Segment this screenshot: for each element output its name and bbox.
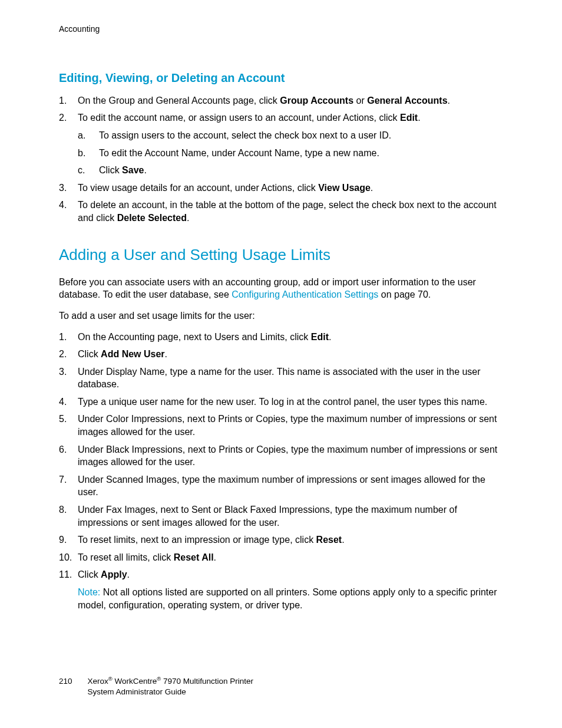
bold-text: Edit [400,113,418,123]
note-block: Note: Not all options listed are support… [59,586,503,611]
text: Type a unique user name for the new user… [78,397,487,407]
bold-text: Group Accounts [280,95,353,106]
bold-text: Apply [101,569,127,579]
text: Click [99,165,122,175]
note-text: Not all options listed are supported on … [78,587,497,610]
intro-paragraph: Before you can associate users with an a… [59,276,503,301]
text: . [329,332,331,342]
link-configuring-auth[interactable]: Configuring Authentication Settings [232,289,378,299]
bold-text: Save [122,165,144,175]
registered-icon: ® [108,675,113,681]
list-item: To edit the Account Name, under Account … [78,147,503,160]
text: Under Display Name, type a name for the … [78,367,481,390]
list-item: Click Add New User. [59,348,503,361]
text: Under Scanned Images, type the maximum n… [78,475,485,498]
list-item: To reset limits, next to an impression o… [59,533,503,546]
text: On the Accounting page, next to Users an… [78,332,311,342]
text: . [127,569,130,579]
text: . [418,113,420,123]
text: on page 70. [378,289,431,299]
page-footer: 210Xerox® WorkCentre® 7970 Multifunction… [59,676,253,697]
text: . [144,165,146,175]
list-item: Under Display Name, type a name for the … [59,365,503,391]
text: . [165,349,167,359]
text: To assign users to the account, select t… [99,130,391,140]
text: Click [78,349,101,359]
bold-text: Delete Selected [117,213,187,223]
list-item: Under Color Impressions, next to Prints … [59,413,503,438]
page-number: 210 [59,676,72,687]
text: On the Group and General Accounts page, … [78,95,280,106]
text: To reset limits, next to an impression o… [78,535,316,545]
text: . [342,535,344,545]
list-item: Click Apply. [59,568,503,581]
text: To edit the account name, or assign user… [78,113,400,123]
list-item: Under Black Impressions, next to Prints … [59,443,503,469]
brand: Xerox [88,677,108,686]
footer-text: Xerox® WorkCentre® 7970 Multifunction Pr… [88,676,254,697]
text: To reset all limits, click [78,552,174,562]
list-item: To view usage details for an account, un… [59,182,503,195]
bold-text: View Usage [318,183,371,193]
note-label: Note: [78,587,100,597]
text: . [371,183,373,193]
text: To edit the Account Name, under Account … [99,148,379,158]
heading-adding-user: Adding a User and Setting Usage Limits [59,245,503,265]
list-item: Type a unique user name for the new user… [59,396,503,409]
text: To view usage details for an account, un… [78,183,318,193]
lead-paragraph: To add a user and set usage limits for t… [59,309,503,322]
text: . [214,552,216,562]
text: or [353,95,367,106]
section1-list: On the Group and General Accounts page, … [59,94,503,225]
list-item: To reset all limits, click Reset All. [59,551,503,564]
list-item: On the Group and General Accounts page, … [59,94,503,107]
bold-text: Reset All [174,552,214,562]
brand: WorkCentre [113,677,157,686]
list-item: Under Fax Images, next to Sent or Black … [59,503,503,529]
bold-text: Add New User [101,349,164,359]
page-header-section: Accounting [59,24,503,35]
bold-text: General Accounts [367,95,447,106]
bold-text: Reset [316,535,342,545]
text: System Administrator Guide [88,687,186,696]
text: 7970 Multifunction Printer [161,677,253,686]
list-item: On the Accounting page, next to Users an… [59,331,503,344]
list-item: Under Scanned Images, type the maximum n… [59,473,503,499]
text: Click [78,569,101,579]
sublist: To assign users to the account, select t… [78,129,503,177]
bold-text: Edit [311,332,329,342]
text: Under Black Impressions, next to Prints … [78,444,497,467]
list-item: To delete an account, in the table at th… [59,199,503,224]
list-item: To edit the account name, or assign user… [59,111,503,176]
text: . [448,95,450,106]
text: Under Color Impressions, next to Prints … [78,414,497,437]
heading-editing-account: Editing, Viewing, or Deleting an Account [59,70,503,86]
text: Under Fax Images, next to Sent or Black … [78,505,457,528]
list-item: To assign users to the account, select t… [78,129,503,142]
section2-list: On the Accounting page, next to Users an… [59,331,503,582]
text: . [187,213,189,223]
list-item: Click Save. [78,164,503,177]
